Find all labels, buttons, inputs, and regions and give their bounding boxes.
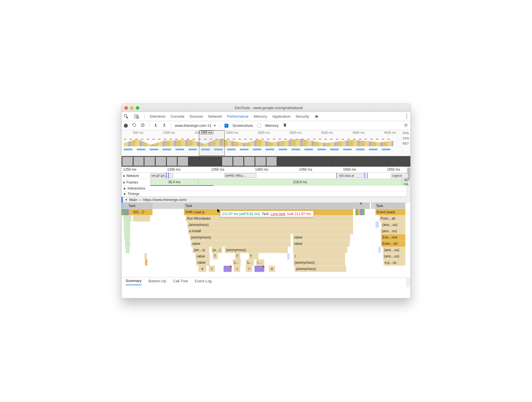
kebab-menu-icon[interactable]	[405, 113, 408, 120]
tab-memory[interactable]: Memory	[254, 114, 267, 119]
flame-chart[interactable]: Task DO…C Task	[122, 203, 410, 277]
screenshot-thumb[interactable]	[200, 157, 211, 166]
screenshot-thumb[interactable]	[211, 157, 222, 166]
network-track[interactable]: ▶Network xel.gif (px… aHR0c M6Ly… bid (a…	[122, 173, 410, 179]
save-profile-icon[interactable]	[162, 123, 167, 128]
minimize-icon[interactable]	[130, 106, 134, 110]
chevron-right-icon[interactable]: ▶	[123, 174, 125, 177]
screenshot-thumb[interactable]	[300, 157, 310, 166]
flame-node[interactable]: value	[195, 253, 210, 259]
detail-ruler[interactable]: 1250 ms 1300 ms 1350 ms 1400 ms 1450 ms …	[122, 167, 410, 173]
close-icon[interactable]	[124, 106, 128, 110]
screenshot-thumb[interactable]	[277, 157, 288, 166]
screenshot-thumb[interactable]	[244, 157, 255, 166]
flame-node[interactable]: t	[209, 266, 215, 272]
bottom-tab-bottom-up[interactable]: Bottom-Up	[148, 279, 166, 285]
overview-timeline[interactable]: 500 ms 1000 ms 1500 ms 2000 ms 2500 ms 3…	[122, 130, 410, 156]
screenshot-thumb[interactable]	[288, 157, 299, 166]
record-button[interactable]	[124, 124, 128, 128]
flame-node[interactable]: (ano…us)	[383, 247, 405, 253]
timings-track[interactable]: ▶Timings	[122, 191, 410, 197]
screenshot-thumb[interactable]	[355, 157, 366, 166]
tab-console[interactable]: Console	[171, 114, 184, 119]
screenshot-thumb[interactable]	[266, 157, 277, 166]
flame-node[interactable]: Task	[375, 203, 405, 209]
flame-node[interactable]: e.install	[188, 228, 353, 234]
flame-node[interactable]: Eve…nce	[381, 234, 405, 241]
network-request[interactable]: cygnus	[391, 173, 408, 178]
screenshot-thumb[interactable]	[177, 157, 188, 166]
flame-node[interactable]: T	[249, 253, 259, 259]
screenshot-thumb[interactable]	[144, 157, 155, 166]
flame-node[interactable]: Event (load)	[375, 209, 405, 215]
screenshot-thumb[interactable]	[332, 157, 343, 166]
flame-node[interactable]: (ano…us)	[381, 222, 405, 228]
flame-node[interactable]: Func…all	[380, 215, 405, 222]
flame-node[interactable]: DO…C	[131, 209, 152, 215]
flame-node[interactable]: e	[198, 266, 206, 272]
frame[interactable]: 36.4 ms	[150, 179, 198, 185]
bottom-tab-event-log[interactable]: Event Log	[195, 279, 212, 285]
device-toggle-icon[interactable]	[134, 114, 139, 119]
frames-track[interactable]: ▶Frames 36.4 ms 218.9 ms 357.4 ms	[122, 179, 410, 186]
bottom-tab-summary[interactable]: Summary	[126, 279, 142, 285]
network-request[interactable]: bid (aax.ar	[338, 173, 364, 178]
screenshot-thumb[interactable]	[167, 157, 177, 166]
screenshots-filmstrip[interactable]	[122, 156, 410, 167]
trash-icon[interactable]	[283, 123, 287, 128]
chevron-right-icon[interactable]: ▶	[123, 181, 125, 184]
flame-node[interactable]: s…	[246, 259, 254, 266]
chevron-down-icon[interactable]: ▼	[125, 198, 128, 201]
screenshot-thumb[interactable]	[377, 157, 388, 166]
screenshot-thumb[interactable]	[310, 157, 321, 166]
overview-selection[interactable]: 1500 ms	[199, 130, 225, 156]
screenshot-thumb[interactable]	[189, 157, 200, 166]
chevron-right-icon[interactable]: ▶	[124, 187, 126, 190]
flame-node[interactable]: Task	[124, 203, 152, 209]
flame-node[interactable]: (anonymous)	[187, 222, 353, 228]
flame-node[interactable]: t	[234, 266, 240, 272]
tab-network[interactable]: Network	[208, 114, 222, 119]
screenshot-thumb[interactable]	[399, 157, 410, 166]
flame-node[interactable]: value	[293, 241, 350, 247]
screenshot-thumb[interactable]	[322, 157, 332, 166]
flame-node[interactable]	[255, 266, 264, 272]
clear-icon[interactable]	[140, 123, 145, 128]
flame-node[interactable]: (ano…us)	[381, 228, 405, 234]
zoom-icon[interactable]	[136, 106, 139, 110]
screenshot-thumb[interactable]	[133, 157, 144, 166]
flame-node[interactable]: (anonymous)	[225, 247, 288, 253]
tab-application[interactable]: Application	[272, 114, 291, 119]
interactions-track[interactable]: ▶Interactions	[122, 186, 410, 191]
bottom-tab-call-tree[interactable]: Call Tree	[173, 279, 188, 285]
tab-security[interactable]: Security	[296, 114, 309, 119]
flame-node[interactable]: t	[294, 253, 345, 259]
flame-node[interactable]: Even…ire	[381, 241, 405, 247]
load-profile-icon[interactable]	[153, 123, 158, 128]
chevron-right-icon[interactable]: ▶	[124, 192, 126, 195]
flame-node[interactable]: (anonymous)	[190, 234, 291, 241]
screenshots-checkbox[interactable]: ✓	[224, 124, 228, 128]
flame-node[interactable]: (anonymous)	[295, 266, 346, 272]
screenshot-thumb[interactable]	[255, 157, 266, 166]
more-tabs-icon[interactable]	[314, 114, 319, 119]
screenshot-thumb[interactable]	[366, 157, 377, 166]
flame-node[interactable]	[224, 266, 232, 272]
flame-node[interactable]: value	[293, 234, 350, 241]
flame-node[interactable]: value	[191, 241, 291, 247]
flame-node[interactable]: s…	[233, 259, 241, 266]
screenshot-thumb[interactable]	[233, 157, 244, 166]
flame-node[interactable]: i…	[256, 259, 264, 266]
flame-node[interactable]: e	[269, 266, 275, 272]
memory-checkbox[interactable]	[257, 124, 261, 128]
screenshot-thumb[interactable]	[388, 157, 399, 166]
frame[interactable]: 357.4 ms	[402, 179, 408, 185]
tab-performance[interactable]: Performance	[227, 114, 248, 119]
flame-node[interactable]: (anonymous)	[294, 259, 345, 266]
main-thread-header[interactable]: ▼ Main — https://www.theverge.com/	[122, 197, 410, 203]
screenshot-thumb[interactable]	[155, 157, 166, 166]
flame-node[interactable]: value	[196, 259, 210, 266]
screenshot-thumb[interactable]	[122, 157, 133, 166]
reload-icon[interactable]	[132, 123, 136, 128]
flame-node[interactable]: T	[213, 253, 218, 259]
